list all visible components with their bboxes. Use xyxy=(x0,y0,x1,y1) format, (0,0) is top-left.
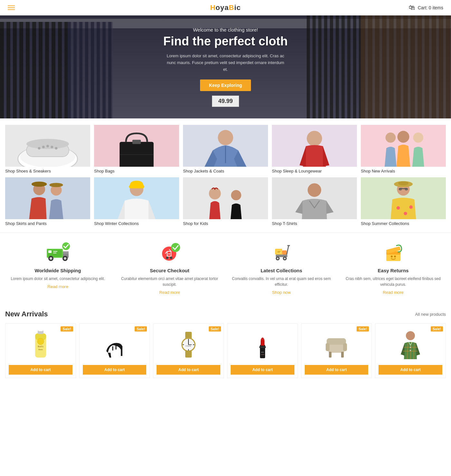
svg-point-15 xyxy=(218,130,233,145)
svg-point-53 xyxy=(64,257,66,260)
svg-point-35 xyxy=(308,183,321,197)
category-jackets-image xyxy=(183,125,268,167)
sale-badge-6: Sale! xyxy=(431,326,443,331)
category-grid-row2: Shop Skirts and Pants Shop Winter Collec… xyxy=(5,177,446,226)
hamburger-menu[interactable] xyxy=(8,5,15,10)
feature-collections-desc: Convallis convallis. In vel urna at erat… xyxy=(229,276,334,287)
products-grid: Sale! Burt's Bees Add to cart Sale! xyxy=(5,323,446,378)
svg-point-9 xyxy=(55,147,57,150)
feature-checkout-desc: Curabitur elementum orci amet vitae amet… xyxy=(117,276,222,287)
svg-point-116 xyxy=(410,350,411,351)
category-tshirts-label: Shop T-Shirts xyxy=(272,221,357,226)
feature-returns-desc: Cras nibh sem, ultrices eget laoreet ele… xyxy=(341,276,446,287)
svg-marker-49 xyxy=(63,251,69,254)
category-skirts-image xyxy=(5,177,90,219)
svg-point-66 xyxy=(284,257,286,259)
svg-rect-105 xyxy=(326,343,330,351)
svg-rect-106 xyxy=(343,343,347,351)
svg-point-65 xyxy=(277,257,279,259)
svg-rect-23 xyxy=(5,177,90,219)
add-to-cart-2[interactable]: Add to cart xyxy=(83,365,147,375)
svg-rect-81 xyxy=(38,329,43,331)
product-img-6 xyxy=(379,327,442,362)
cart-icon: 🛍 xyxy=(409,4,415,11)
categories-section: Shop Shoes & Sneakers Shop Bags xyxy=(0,118,451,232)
arrivals-header: New Arrivals All new products xyxy=(5,310,446,318)
category-sleep[interactable]: Shop Sleep & Loungewear xyxy=(272,125,357,173)
feature-collections-link[interactable]: Shop now xyxy=(272,290,291,295)
tshirts-svg xyxy=(272,177,357,219)
add-to-cart-1[interactable]: Add to cart xyxy=(9,365,72,375)
cart-area[interactable]: 🛍 Cart: 0 items xyxy=(409,4,443,11)
category-kids[interactable]: Shop for Kids xyxy=(183,177,268,226)
sale-badge-1: Sale! xyxy=(61,326,73,331)
category-summer[interactable]: Shop Summer Collections xyxy=(361,177,446,226)
category-summer-label: Shop Summer Collections xyxy=(361,221,446,226)
feature-checkout-link[interactable]: Read more xyxy=(159,290,180,295)
svg-point-8 xyxy=(51,146,53,148)
category-jackets[interactable]: Shop Jackets & Coats xyxy=(183,125,268,173)
category-bags[interactable]: Shop Bags xyxy=(94,125,179,173)
svg-text:NYX: NYX xyxy=(261,351,264,353)
svg-point-6 xyxy=(42,146,45,148)
svg-rect-99 xyxy=(261,340,264,346)
add-to-cart-6[interactable]: Add to cart xyxy=(379,365,442,375)
category-shoes[interactable]: Shop Shoes & Sneakers xyxy=(5,125,90,173)
svg-point-43 xyxy=(398,188,402,191)
svg-rect-12 xyxy=(132,140,141,144)
svg-point-20 xyxy=(386,133,396,143)
add-to-cart-3[interactable]: Add to cart xyxy=(157,365,220,375)
svg-point-84 xyxy=(37,338,44,345)
category-winter[interactable]: Shop Winter Collections xyxy=(94,177,179,226)
svg-point-41 xyxy=(404,212,407,215)
category-bags-image xyxy=(94,125,179,167)
svg-rect-47 xyxy=(48,250,52,253)
svg-rect-104 xyxy=(327,338,346,345)
category-winter-image xyxy=(94,177,179,219)
sale-badge-5: Sale! xyxy=(357,326,369,331)
sleep-svg xyxy=(272,125,357,167)
feature-shipping-link[interactable]: Read more xyxy=(47,284,68,289)
svg-text:LIQUID: LIQUID xyxy=(261,354,264,355)
category-tshirts[interactable]: Shop T-Shirts xyxy=(272,177,357,226)
svg-point-76 xyxy=(394,256,396,257)
svg-point-115 xyxy=(410,347,411,348)
arrivals-all-link[interactable]: All new products xyxy=(415,312,446,317)
bags-svg xyxy=(94,125,179,167)
jackets-svg xyxy=(183,125,268,167)
svg-text:Burt's: Burt's xyxy=(38,345,43,348)
product-img-2 xyxy=(83,327,147,362)
svg-rect-11 xyxy=(120,142,154,167)
svg-rect-108 xyxy=(341,352,344,358)
product-card-1: Sale! Burt's Bees Add to cart xyxy=(5,323,76,378)
category-new-arrivals[interactable]: Shop New Arrivals xyxy=(361,125,446,173)
winter-svg xyxy=(94,177,179,219)
category-sleep-label: Shop Sleep & Loungewear xyxy=(272,169,357,173)
hero-subtitle: Welcome to the clothing store! xyxy=(163,27,288,33)
svg-point-5 xyxy=(38,147,41,150)
svg-point-21 xyxy=(398,131,409,143)
category-skirts[interactable]: Shop Skirts and Pants xyxy=(5,177,90,226)
svg-rect-31 xyxy=(183,177,268,219)
svg-point-27 xyxy=(49,183,63,187)
feature-shipping: Worldwide Shipping Lorem ipsum dolor sit… xyxy=(5,242,110,295)
category-tshirts-image xyxy=(272,177,357,219)
add-to-cart-4[interactable]: Add to cart xyxy=(231,365,294,375)
product-img-4: NYX LIQUID xyxy=(231,327,294,362)
category-skirts-label: Shop Skirts and Pants xyxy=(5,221,90,226)
add-to-cart-5[interactable]: Add to cart xyxy=(305,365,369,375)
skirts-svg xyxy=(5,177,90,219)
svg-point-51 xyxy=(50,257,52,260)
svg-point-18 xyxy=(307,131,322,146)
hero-content: Welcome to the clothing store! Find the … xyxy=(157,21,294,113)
feature-collections: Latest Collections Convallis convallis. … xyxy=(229,242,334,295)
svg-point-26 xyxy=(32,182,47,187)
hero-cta-button[interactable]: Keep Exploring xyxy=(200,79,251,91)
feature-returns-link[interactable]: Read more xyxy=(383,290,403,295)
svg-point-33 xyxy=(231,190,241,201)
feature-returns-title: Easy Returns xyxy=(341,268,446,273)
svg-point-22 xyxy=(413,133,423,143)
category-grid-row1: Shop Shoes & Sneakers Shop Bags xyxy=(5,125,446,173)
svg-point-40 xyxy=(397,206,400,210)
feature-checkout: Secure Checkout Curabitur elementum orci… xyxy=(117,242,222,295)
